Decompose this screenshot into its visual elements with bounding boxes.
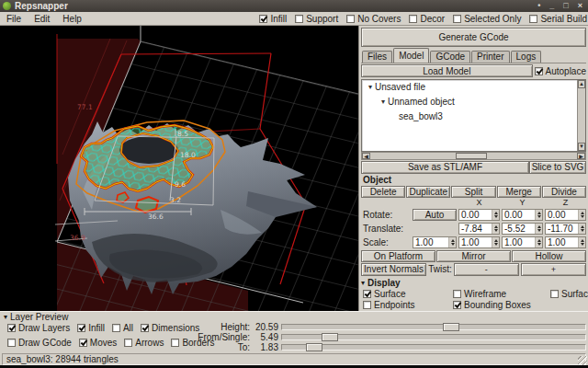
autoplace-checkbox[interactable] <box>535 67 543 75</box>
check-autoplace[interactable]: Autoplace <box>535 66 586 76</box>
scale-z-spinner[interactable]: 1.00 <box>545 236 586 248</box>
spin-arrows-icon[interactable] <box>578 237 585 247</box>
expander-icon[interactable]: ▾ <box>379 98 388 106</box>
scroll-down-icon[interactable]: ▼ <box>578 143 585 151</box>
no-covers-checkbox[interactable] <box>346 15 355 23</box>
surface-checkbox[interactable] <box>363 290 371 298</box>
check-moves[interactable]: Moves <box>79 338 117 348</box>
divide-button[interactable]: Divide <box>542 186 586 198</box>
dimensions-checkbox[interactable] <box>141 324 149 332</box>
to-slider[interactable] <box>281 344 586 351</box>
check-infill-top[interactable]: Infill <box>259 14 287 24</box>
check-wireframe[interactable]: Wireframe <box>453 289 548 299</box>
menu-file[interactable]: File <box>0 13 28 25</box>
expander-icon[interactable]: ▾ <box>366 83 375 91</box>
chevron-down-icon[interactable]: ▾ <box>361 279 365 287</box>
moves-checkbox[interactable] <box>79 339 87 347</box>
rotate-x-spinner[interactable]: 0.00 <box>458 209 500 221</box>
check-all[interactable]: All <box>112 323 133 333</box>
menu-help[interactable]: Help <box>56 13 88 25</box>
tree-item-unnamed-object[interactable]: ▾ Unnamed object <box>362 95 585 109</box>
on-platform-button[interactable]: On Platform <box>361 250 435 262</box>
height-slider[interactable] <box>281 324 586 330</box>
scroll-up-icon[interactable]: ▲ <box>578 80 585 88</box>
twist-minus-button[interactable]: - <box>454 263 519 276</box>
check-surface-normals[interactable]: Surface Normals <box>550 289 588 299</box>
minimize-button[interactable]: _ <box>547 1 557 11</box>
tab-printer[interactable]: Printer <box>471 51 509 63</box>
infill-top-checkbox[interactable] <box>259 15 267 23</box>
draw-gcode-checkbox[interactable] <box>7 339 16 347</box>
delete-button[interactable]: Delete <box>361 186 405 198</box>
draw-layers-checkbox[interactable] <box>7 324 16 332</box>
check-no-covers[interactable]: No Covers <box>346 14 401 24</box>
scroll-left-icon[interactable]: ◀ <box>362 153 370 159</box>
from-single-slider-handle[interactable] <box>322 333 338 341</box>
menu-edit[interactable]: Edit <box>28 13 56 25</box>
viewport-canvas[interactable]: 8.5 18.0 9.6 3.2 36.6 77.1 36.9 <box>0 26 358 311</box>
tab-files[interactable]: Files <box>362 51 392 63</box>
translate-z-spinner[interactable]: -11.70 <box>545 223 586 235</box>
rotate-auto-button[interactable]: Auto <box>413 209 457 221</box>
scale-y-spinner[interactable]: 1.00 <box>502 236 543 248</box>
spin-arrows-icon[interactable] <box>492 224 499 234</box>
translate-x-spinner[interactable]: -7.84 <box>458 223 500 235</box>
tab-model[interactable]: Model <box>393 48 429 63</box>
surface-normals-checkbox[interactable] <box>550 290 559 298</box>
tab-logs[interactable]: Logs <box>511 51 542 63</box>
spin-arrows-icon[interactable] <box>535 210 542 220</box>
save-stl-button[interactable]: Save as STL/AMF <box>361 161 529 174</box>
model-tree[interactable]: ▾ Unsaved file ▾ Unnamed object sea_bowl… <box>361 79 586 152</box>
serial-build-checkbox[interactable] <box>529 15 537 23</box>
spin-arrows-icon[interactable] <box>448 237 456 247</box>
check-endpoints[interactable]: Endpoints <box>363 300 451 310</box>
spin-arrows-icon[interactable] <box>492 237 499 247</box>
spin-arrows-icon[interactable] <box>578 224 585 234</box>
all-checkbox[interactable] <box>112 324 120 332</box>
tree-horizontal-scrollbar[interactable]: ◀ ▶ <box>361 152 586 160</box>
check-arrows[interactable]: Arrows <box>124 338 164 348</box>
translate-y-spinner[interactable]: -5.52 <box>502 223 543 235</box>
spin-arrows-icon[interactable] <box>578 210 585 220</box>
check-serial-build[interactable]: Serial Build <box>529 14 587 24</box>
layer-preview-expander[interactable]: ▾ Layer Preview <box>2 312 586 322</box>
tree-item-sea-bowl3[interactable]: sea_bowl3 <box>362 109 585 124</box>
scale-uniform-spinner[interactable]: 1.00 <box>413 236 457 248</box>
close-button[interactable]: × <box>575 1 585 11</box>
check-decor[interactable]: Decor <box>409 14 445 24</box>
support-checkbox[interactable] <box>295 15 303 23</box>
rotate-z-spinner[interactable]: 0.00 <box>545 209 586 221</box>
spin-arrows-icon[interactable] <box>535 224 542 234</box>
spin-arrows-icon[interactable] <box>492 210 499 220</box>
endpoints-checkbox[interactable] <box>363 301 371 309</box>
hollow-button[interactable]: Hollow <box>512 250 586 262</box>
rotate-y-spinner[interactable]: 0.00 <box>502 209 543 221</box>
wireframe-checkbox[interactable] <box>453 290 461 298</box>
invert-normals-button[interactable]: Invert Normals <box>361 263 426 276</box>
from-single-slider[interactable] <box>281 334 586 340</box>
scale-x-spinner[interactable]: 1.00 <box>458 236 500 248</box>
check-draw-gcode[interactable]: Draw GCode <box>7 338 72 348</box>
display-expander[interactable]: ▾ Display <box>361 278 586 288</box>
scroll-right-icon[interactable]: ▶ <box>577 153 585 159</box>
height-slider-handle[interactable] <box>443 323 459 331</box>
viewport-3d[interactable]: 8.5 18.0 9.6 3.2 36.6 77.1 36.9 <box>0 26 358 311</box>
scrollbar-thumb[interactable] <box>456 153 487 159</box>
borders-checkbox[interactable] <box>171 339 179 347</box>
check-bounding-boxes[interactable]: Bounding Boxes <box>453 300 548 310</box>
twist-plus-button[interactable]: + <box>521 263 586 276</box>
bounding-boxes-checkbox[interactable] <box>453 301 461 309</box>
check-draw-layers[interactable]: Draw Layers <box>7 323 70 333</box>
check-dimensions[interactable]: Dimensions <box>141 323 199 333</box>
slice-svg-button[interactable]: Slice to SVG <box>529 161 586 174</box>
check-selected-only[interactable]: Selected Only <box>453 14 521 24</box>
to-slider-handle[interactable] <box>306 343 322 351</box>
tab-gcode[interactable]: GCode <box>430 51 470 63</box>
title-bar[interactable]: Repsnapper • _ □ × <box>0 0 588 12</box>
arrows-checkbox[interactable] <box>124 339 132 347</box>
spin-arrows-icon[interactable] <box>535 237 542 247</box>
generate-gcode-button[interactable]: Generate GCode <box>361 28 586 47</box>
maximize-button[interactable]: □ <box>560 1 571 11</box>
selected-only-checkbox[interactable] <box>453 15 461 23</box>
check-surface[interactable]: Surface <box>363 289 451 299</box>
